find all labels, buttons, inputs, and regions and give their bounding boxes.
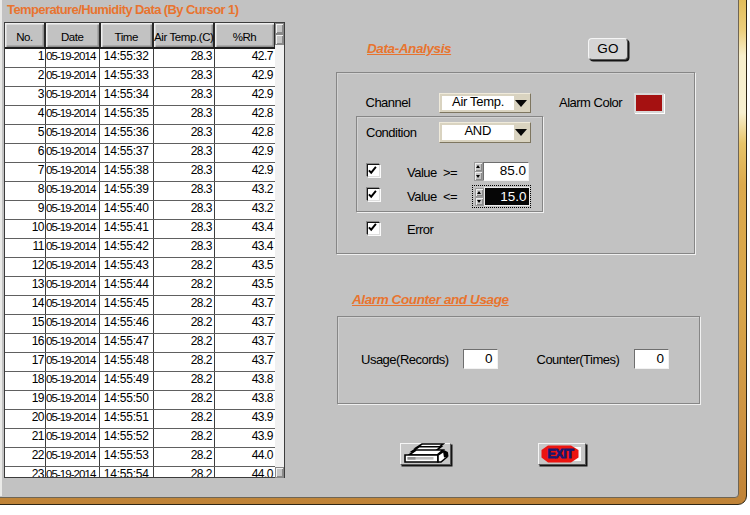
svg-text:EXIT: EXIT [547, 447, 574, 461]
